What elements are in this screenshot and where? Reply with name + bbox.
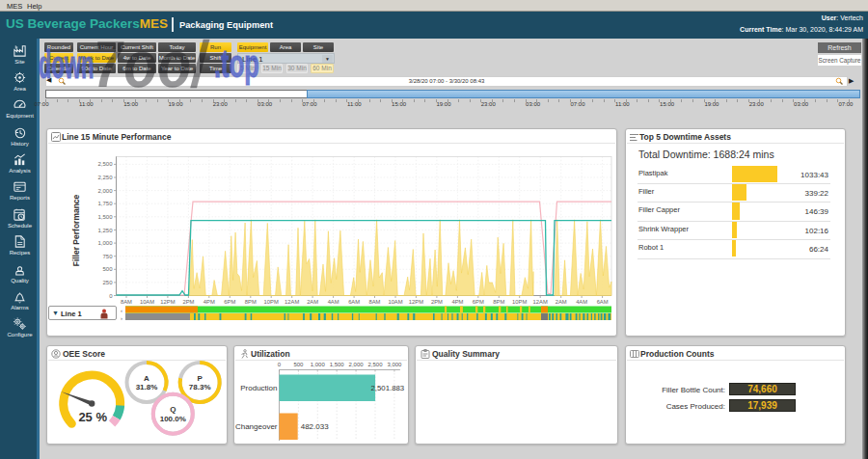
svg-text:1,500: 1,500 bbox=[330, 362, 345, 367]
svg-text:3,000: 3,000 bbox=[387, 362, 402, 367]
svg-text:6PM: 6PM bbox=[473, 299, 484, 305]
svg-text:10AM: 10AM bbox=[388, 299, 402, 305]
svg-text:Production: Production bbox=[240, 384, 277, 392]
svg-text:1,750: 1,750 bbox=[97, 201, 113, 206]
svg-text:750: 750 bbox=[102, 254, 113, 259]
svg-text:8AM: 8AM bbox=[369, 299, 381, 305]
svg-text:6AM: 6AM bbox=[348, 299, 360, 305]
svg-text:500: 500 bbox=[293, 362, 304, 367]
svg-text:78.3%: 78.3% bbox=[189, 383, 211, 392]
svg-text:1,000: 1,000 bbox=[311, 362, 326, 367]
svg-text:Filler Performance: Filler Performance bbox=[71, 194, 81, 266]
svg-text:4PM: 4PM bbox=[203, 299, 215, 305]
svg-text:6PM: 6PM bbox=[224, 299, 235, 305]
svg-text:Q: Q bbox=[170, 405, 176, 414]
svg-text:0: 0 bbox=[109, 293, 113, 299]
svg-text:0: 0 bbox=[278, 362, 282, 367]
svg-text:2,500: 2,500 bbox=[97, 161, 113, 167]
svg-text:250: 250 bbox=[102, 280, 113, 285]
svg-text:Changeover: Changeover bbox=[235, 422, 278, 431]
svg-text:12PM: 12PM bbox=[160, 299, 175, 305]
svg-text:10PM: 10PM bbox=[512, 299, 527, 305]
svg-text:10PM: 10PM bbox=[264, 299, 279, 305]
svg-text:8PM: 8PM bbox=[493, 299, 504, 305]
svg-text:1,250: 1,250 bbox=[97, 228, 113, 233]
svg-text:2,500: 2,500 bbox=[367, 362, 383, 367]
svg-text:2AM: 2AM bbox=[307, 299, 318, 305]
svg-text:›: › bbox=[121, 315, 122, 321]
svg-text:4PM: 4PM bbox=[451, 299, 463, 305]
svg-text:2AM: 2AM bbox=[556, 299, 567, 305]
svg-text:2PM: 2PM bbox=[431, 299, 443, 305]
svg-text:100.0%: 100.0% bbox=[160, 415, 186, 423]
svg-text:1,500: 1,500 bbox=[97, 214, 113, 220]
svg-text:8PM: 8PM bbox=[245, 299, 257, 305]
svg-text:1,000: 1,000 bbox=[97, 240, 113, 246]
svg-text:2,000: 2,000 bbox=[349, 362, 365, 367]
svg-text:‹: ‹ bbox=[121, 308, 122, 313]
svg-text:10AM: 10AM bbox=[140, 299, 154, 305]
svg-text:A: A bbox=[144, 374, 149, 383]
svg-text:12AM: 12AM bbox=[533, 299, 548, 305]
svg-text:31.8%: 31.8% bbox=[136, 383, 158, 392]
svg-text:P: P bbox=[198, 374, 203, 383]
svg-text:4AM: 4AM bbox=[328, 299, 339, 305]
svg-text:12AM: 12AM bbox=[285, 299, 299, 305]
svg-text:500: 500 bbox=[102, 266, 113, 272]
svg-text:8AM: 8AM bbox=[121, 299, 132, 305]
svg-text:2,000: 2,000 bbox=[97, 188, 113, 194]
svg-text:25 %: 25 % bbox=[78, 410, 107, 424]
svg-text:4AM: 4AM bbox=[576, 299, 587, 305]
svg-text:12PM: 12PM bbox=[409, 299, 423, 305]
svg-text:482.033: 482.033 bbox=[301, 422, 329, 431]
svg-text:2PM: 2PM bbox=[182, 299, 194, 305]
svg-text:2,250: 2,250 bbox=[97, 175, 113, 180]
svg-text:6AM: 6AM bbox=[597, 299, 609, 305]
svg-text:2,501.883: 2,501.883 bbox=[371, 384, 405, 392]
